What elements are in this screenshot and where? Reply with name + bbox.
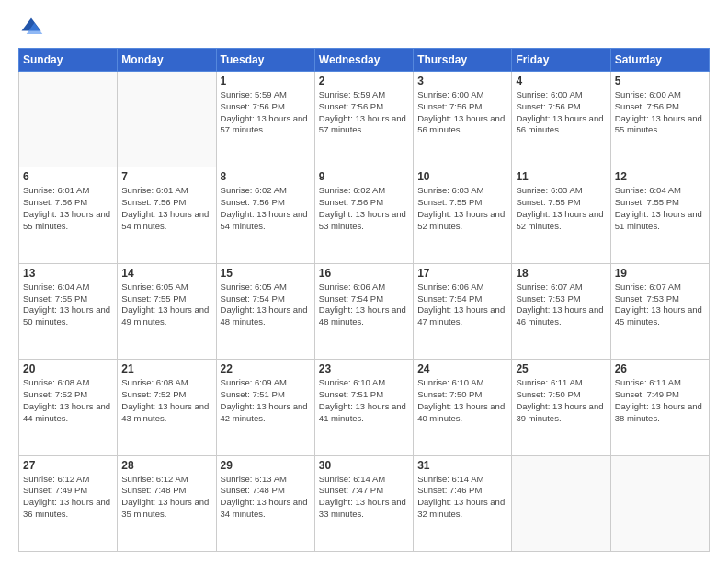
header <box>18 15 710 40</box>
day-number: 17 <box>417 267 507 280</box>
calendar-cell: 16Sunrise: 6:06 AM Sunset: 7:54 PM Dayli… <box>314 263 413 359</box>
calendar-cell <box>118 72 216 167</box>
day-number: 31 <box>417 459 507 472</box>
calendar-cell: 15Sunrise: 6:05 AM Sunset: 7:54 PM Dayli… <box>216 263 314 359</box>
day-number: 18 <box>516 267 606 280</box>
day-detail: Sunrise: 6:10 AM Sunset: 7:50 PM Dayligh… <box>417 377 507 424</box>
calendar-cell: 24Sunrise: 6:10 AM Sunset: 7:50 PM Dayli… <box>414 360 512 455</box>
calendar-week-row: 6Sunrise: 6:01 AM Sunset: 7:56 PM Daylig… <box>19 167 710 263</box>
day-number: 27 <box>23 459 113 472</box>
calendar-cell: 18Sunrise: 6:07 AM Sunset: 7:53 PM Dayli… <box>512 263 610 359</box>
day-number: 1 <box>221 75 311 87</box>
day-number: 29 <box>221 459 311 472</box>
calendar-cell: 19Sunrise: 6:07 AM Sunset: 7:53 PM Dayli… <box>610 263 709 359</box>
calendar-cell: 9Sunrise: 6:02 AM Sunset: 7:56 PM Daylig… <box>314 167 413 263</box>
day-number: 30 <box>319 459 409 472</box>
calendar-cell: 11Sunrise: 6:03 AM Sunset: 7:55 PM Dayli… <box>512 167 610 263</box>
page: SundayMondayTuesdayWednesdayThursdayFrid… <box>0 0 728 563</box>
day-number: 13 <box>23 267 113 280</box>
day-detail: Sunrise: 6:11 AM Sunset: 7:49 PM Dayligh… <box>615 377 705 424</box>
calendar-cell: 23Sunrise: 6:10 AM Sunset: 7:51 PM Dayli… <box>314 360 413 455</box>
weekday-header: Thursday <box>414 49 512 72</box>
day-number: 11 <box>516 170 606 183</box>
calendar-cell: 6Sunrise: 6:01 AM Sunset: 7:56 PM Daylig… <box>19 167 118 263</box>
day-detail: Sunrise: 6:08 AM Sunset: 7:52 PM Dayligh… <box>121 377 211 424</box>
day-number: 16 <box>319 267 409 280</box>
calendar-cell: 25Sunrise: 6:11 AM Sunset: 7:50 PM Dayli… <box>512 360 610 455</box>
calendar-cell: 20Sunrise: 6:08 AM Sunset: 7:52 PM Dayli… <box>19 360 118 455</box>
weekday-header-row: SundayMondayTuesdayWednesdayThursdayFrid… <box>19 49 710 72</box>
day-detail: Sunrise: 6:05 AM Sunset: 7:54 PM Dayligh… <box>221 282 311 328</box>
day-detail: Sunrise: 6:07 AM Sunset: 7:53 PM Dayligh… <box>615 282 705 328</box>
day-number: 23 <box>319 362 409 375</box>
calendar-cell: 7Sunrise: 6:01 AM Sunset: 7:56 PM Daylig… <box>118 167 216 263</box>
day-number: 14 <box>121 267 211 280</box>
calendar-cell: 1Sunrise: 5:59 AM Sunset: 7:56 PM Daylig… <box>216 72 314 167</box>
day-detail: Sunrise: 6:03 AM Sunset: 7:55 PM Dayligh… <box>417 185 507 232</box>
day-number: 3 <box>417 75 507 87</box>
day-number: 15 <box>221 267 311 280</box>
weekday-header: Tuesday <box>216 49 314 72</box>
day-detail: Sunrise: 6:08 AM Sunset: 7:52 PM Dayligh… <box>23 377 113 424</box>
calendar-cell: 26Sunrise: 6:11 AM Sunset: 7:49 PM Dayli… <box>610 360 709 455</box>
day-number: 22 <box>221 362 311 375</box>
calendar-cell: 4Sunrise: 6:00 AM Sunset: 7:56 PM Daylig… <box>512 72 610 167</box>
calendar-cell: 31Sunrise: 6:14 AM Sunset: 7:46 PM Dayli… <box>414 455 512 551</box>
day-detail: Sunrise: 6:04 AM Sunset: 7:55 PM Dayligh… <box>615 185 705 232</box>
day-number: 28 <box>121 459 211 472</box>
day-detail: Sunrise: 6:00 AM Sunset: 7:56 PM Dayligh… <box>516 89 606 136</box>
calendar-cell: 13Sunrise: 6:04 AM Sunset: 7:55 PM Dayli… <box>19 263 118 359</box>
day-number: 26 <box>615 362 705 375</box>
day-detail: Sunrise: 5:59 AM Sunset: 7:56 PM Dayligh… <box>221 89 311 136</box>
logo-icon <box>18 15 44 40</box>
calendar-cell: 5Sunrise: 6:00 AM Sunset: 7:56 PM Daylig… <box>610 72 709 167</box>
weekday-header: Sunday <box>19 49 118 72</box>
calendar-week-row: 20Sunrise: 6:08 AM Sunset: 7:52 PM Dayli… <box>19 360 710 455</box>
calendar-cell: 21Sunrise: 6:08 AM Sunset: 7:52 PM Dayli… <box>118 360 216 455</box>
day-number: 19 <box>615 267 705 280</box>
calendar-cell: 3Sunrise: 6:00 AM Sunset: 7:56 PM Daylig… <box>414 72 512 167</box>
calendar-cell: 10Sunrise: 6:03 AM Sunset: 7:55 PM Dayli… <box>414 167 512 263</box>
day-detail: Sunrise: 6:03 AM Sunset: 7:55 PM Dayligh… <box>516 185 606 232</box>
day-number: 10 <box>417 170 507 183</box>
day-detail: Sunrise: 6:04 AM Sunset: 7:55 PM Dayligh… <box>23 282 113 328</box>
day-number: 25 <box>516 362 606 375</box>
day-detail: Sunrise: 6:00 AM Sunset: 7:56 PM Dayligh… <box>417 89 507 136</box>
day-detail: Sunrise: 6:14 AM Sunset: 7:47 PM Dayligh… <box>319 474 409 521</box>
calendar-cell: 17Sunrise: 6:06 AM Sunset: 7:54 PM Dayli… <box>414 263 512 359</box>
day-number: 6 <box>23 170 113 183</box>
calendar-cell <box>610 455 709 551</box>
day-detail: Sunrise: 6:02 AM Sunset: 7:56 PM Dayligh… <box>319 185 409 232</box>
calendar-cell: 22Sunrise: 6:09 AM Sunset: 7:51 PM Dayli… <box>216 360 314 455</box>
day-detail: Sunrise: 6:13 AM Sunset: 7:48 PM Dayligh… <box>221 474 311 521</box>
calendar-week-row: 13Sunrise: 6:04 AM Sunset: 7:55 PM Dayli… <box>19 263 710 359</box>
calendar-cell <box>19 72 118 167</box>
day-number: 24 <box>417 362 507 375</box>
day-number: 8 <box>221 170 311 183</box>
day-number: 12 <box>615 170 705 183</box>
day-number: 5 <box>615 75 705 87</box>
calendar-cell: 28Sunrise: 6:12 AM Sunset: 7:48 PM Dayli… <box>118 455 216 551</box>
calendar-cell: 30Sunrise: 6:14 AM Sunset: 7:47 PM Dayli… <box>314 455 413 551</box>
calendar-cell: 8Sunrise: 6:02 AM Sunset: 7:56 PM Daylig… <box>216 167 314 263</box>
calendar-cell <box>512 455 610 551</box>
calendar-cell: 2Sunrise: 5:59 AM Sunset: 7:56 PM Daylig… <box>314 72 413 167</box>
day-detail: Sunrise: 6:01 AM Sunset: 7:56 PM Dayligh… <box>23 185 113 232</box>
day-detail: Sunrise: 6:12 AM Sunset: 7:49 PM Dayligh… <box>23 474 113 521</box>
calendar-week-row: 1Sunrise: 5:59 AM Sunset: 7:56 PM Daylig… <box>19 72 710 167</box>
calendar-cell: 29Sunrise: 6:13 AM Sunset: 7:48 PM Dayli… <box>216 455 314 551</box>
calendar-week-row: 27Sunrise: 6:12 AM Sunset: 7:49 PM Dayli… <box>19 455 710 551</box>
logo <box>18 15 48 40</box>
calendar-cell: 12Sunrise: 6:04 AM Sunset: 7:55 PM Dayli… <box>610 167 709 263</box>
weekday-header: Saturday <box>610 49 709 72</box>
day-detail: Sunrise: 6:11 AM Sunset: 7:50 PM Dayligh… <box>516 377 606 424</box>
day-number: 20 <box>23 362 113 375</box>
calendar-cell: 14Sunrise: 6:05 AM Sunset: 7:55 PM Dayli… <box>118 263 216 359</box>
calendar-table: SundayMondayTuesdayWednesdayThursdayFrid… <box>18 48 710 552</box>
day-number: 21 <box>121 362 211 375</box>
day-detail: Sunrise: 6:02 AM Sunset: 7:56 PM Dayligh… <box>221 185 311 232</box>
day-detail: Sunrise: 6:07 AM Sunset: 7:53 PM Dayligh… <box>516 282 606 328</box>
day-detail: Sunrise: 6:09 AM Sunset: 7:51 PM Dayligh… <box>221 377 311 424</box>
weekday-header: Wednesday <box>314 49 413 72</box>
day-detail: Sunrise: 6:12 AM Sunset: 7:48 PM Dayligh… <box>121 474 211 521</box>
